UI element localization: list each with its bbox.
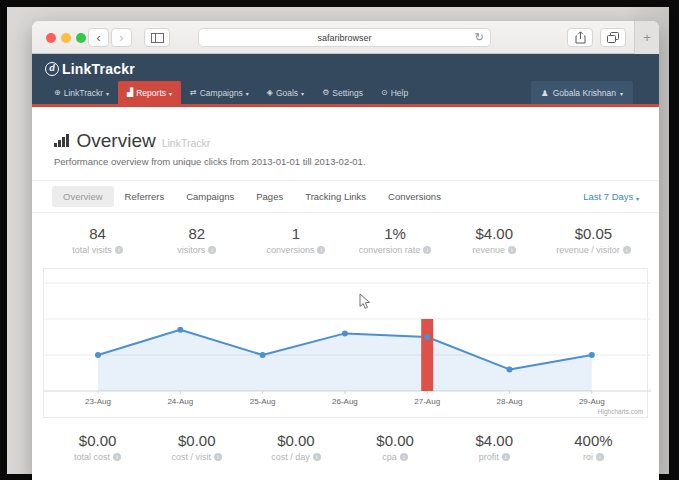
new-tab-button[interactable]: +	[634, 21, 659, 54]
stat-label: revenue / visitor	[556, 245, 620, 255]
desktop-backdrop: ‹ › safaribrowser ↻	[7, 7, 669, 474]
info-icon[interactable]: i	[502, 453, 510, 461]
zoom-window-button[interactable]	[76, 33, 86, 43]
tab-tracking-links[interactable]: Tracking Links	[294, 186, 377, 207]
menu-item-settings[interactable]: ⚙ Settings	[313, 81, 372, 104]
address-bar[interactable]: safaribrowser ↻	[198, 28, 491, 47]
svg-text:28-Aug: 28-Aug	[497, 397, 523, 406]
info-icon[interactable]: i	[113, 453, 121, 461]
stat-label: cpa	[382, 452, 397, 462]
visits-chart-panel: 23-Aug24-Aug25-Aug26-Aug27-Aug28-Aug29-A…	[43, 268, 648, 418]
info-icon[interactable]: i	[208, 246, 216, 254]
menu-item-reports[interactable]: ▟ Reports ▾	[118, 81, 181, 104]
menu-label: Help	[391, 88, 408, 98]
info-icon[interactable]: i	[623, 246, 631, 254]
help-icon: ⊙	[381, 88, 388, 97]
close-window-button[interactable]	[46, 33, 56, 43]
bar-chart-icon: ▟	[127, 88, 133, 97]
stat-label: profit	[479, 452, 499, 462]
stat-value: $0.00	[147, 432, 246, 449]
stat-total-cost: $0.00 total costi	[48, 432, 147, 462]
chevron-down-icon: ▾	[301, 90, 304, 97]
tab-campaigns[interactable]: Campaigns	[175, 186, 245, 207]
info-icon[interactable]: i	[214, 453, 222, 461]
date-range-selector[interactable]: Last 7 Days ▾	[583, 191, 639, 202]
report-tabs: Overview Referrers Campaigns Pages Track…	[32, 180, 659, 213]
show-tabs-button[interactable]	[600, 28, 626, 47]
info-icon[interactable]: i	[313, 453, 321, 461]
stat-value: $4.00	[445, 225, 544, 242]
tab-pages[interactable]: Pages	[245, 186, 294, 207]
info-icon[interactable]: i	[317, 246, 325, 254]
page-title: Overview	[77, 130, 156, 152]
user-name: Gobala Krishnan	[553, 88, 616, 98]
forward-button[interactable]: ›	[111, 28, 132, 47]
menu-label: Settings	[332, 88, 363, 98]
app-navbar: d LinkTrackr ⊕ LinkTrackr ▾ ▟ Reports ▾ …	[32, 54, 659, 107]
svg-text:25-Aug: 25-Aug	[250, 397, 276, 406]
browser-titlebar: ‹ › safaribrowser ↻	[32, 21, 659, 54]
info-icon[interactable]: i	[400, 453, 408, 461]
svg-text:29-Aug: 29-Aug	[579, 397, 605, 406]
stat-profit: $4.00 profiti	[445, 432, 544, 462]
stat-revenue: $4.00 revenuei	[445, 225, 544, 255]
tab-conversions[interactable]: Conversions	[377, 186, 452, 207]
menu-label: Reports	[136, 88, 166, 98]
stat-value: $0.00	[48, 432, 147, 449]
stat-label: revenue	[473, 245, 506, 255]
date-range-label: Last 7 Days	[583, 191, 633, 202]
menu-item-campaigns[interactable]: ⇄ Campaigns ▾	[181, 81, 258, 104]
tab-referrers[interactable]: Referrers	[114, 186, 176, 207]
chevron-down-icon: ▾	[106, 90, 109, 97]
stat-visitors: 82 visitorsi	[147, 225, 246, 255]
stat-label: roi	[583, 452, 593, 462]
sidebar-toggle-button[interactable]	[144, 28, 170, 47]
page-subtitle: Performance overview from unique clicks …	[54, 156, 639, 167]
stat-value: $0.00	[346, 432, 445, 449]
stat-total-visits: 84 total visitsi	[48, 225, 147, 255]
stat-label: conversion rate	[359, 245, 421, 255]
user-menu[interactable]: ♟ Gobala Krishnan ▾	[531, 81, 633, 104]
sidebar-icon	[151, 33, 164, 43]
chevron-down-icon: ▾	[169, 90, 172, 97]
menu-item-help[interactable]: ⊙ Help	[372, 81, 417, 104]
info-icon[interactable]: i	[115, 246, 123, 254]
stat-roi: 400% roii	[544, 432, 643, 462]
chevron-down-icon: ▾	[636, 196, 639, 202]
back-button[interactable]: ‹	[88, 28, 109, 47]
stat-value: 400%	[544, 432, 643, 449]
stat-value: 84	[48, 225, 147, 242]
reload-icon[interactable]: ↻	[475, 31, 484, 44]
stat-conversions: 1 conversionsi	[246, 225, 345, 255]
stat-label: total cost	[74, 452, 110, 462]
target-icon: ◈	[267, 88, 273, 97]
brand-row: d LinkTrackr	[32, 54, 659, 81]
share-button[interactable]	[567, 28, 593, 47]
info-icon[interactable]: i	[423, 246, 431, 254]
stat-value: $4.00	[445, 432, 544, 449]
share-icon	[575, 31, 586, 44]
user-icon: ♟	[541, 88, 549, 98]
menu-item-linktrackr[interactable]: ⊕ LinkTrackr ▾	[45, 81, 118, 104]
info-icon[interactable]: i	[508, 246, 516, 254]
globe-icon: ⊕	[54, 88, 61, 97]
stat-cpa: $0.00 cpai	[346, 432, 445, 462]
stat-revenue-visitor: $0.05 revenue / visitori	[544, 225, 643, 255]
window-controls	[46, 33, 86, 43]
chart-credit: Highcharts.com	[598, 408, 643, 415]
chevron-down-icon: ▾	[620, 90, 623, 97]
menu-item-goals[interactable]: ◈ Goals ▾	[258, 81, 313, 104]
page-title-suffix: LinkTrackr	[162, 137, 211, 149]
menu-label: Goals	[276, 88, 298, 98]
tab-overview[interactable]: Overview	[52, 186, 114, 207]
brand-name: LinkTrackr	[62, 61, 135, 77]
stat-label: cost / visit	[172, 452, 212, 462]
minimize-window-button[interactable]	[61, 33, 71, 43]
page-header: Overview LinkTrackr Performance overview…	[32, 107, 659, 167]
info-icon[interactable]: i	[596, 453, 604, 461]
bar-chart-icon	[54, 134, 69, 147]
stat-value: 82	[147, 225, 246, 242]
svg-text:24-Aug: 24-Aug	[167, 397, 193, 406]
page-content: Overview LinkTrackr Performance overview…	[32, 107, 659, 478]
visits-area-chart: 23-Aug24-Aug25-Aug26-Aug27-Aug28-Aug29-A…	[44, 269, 651, 417]
